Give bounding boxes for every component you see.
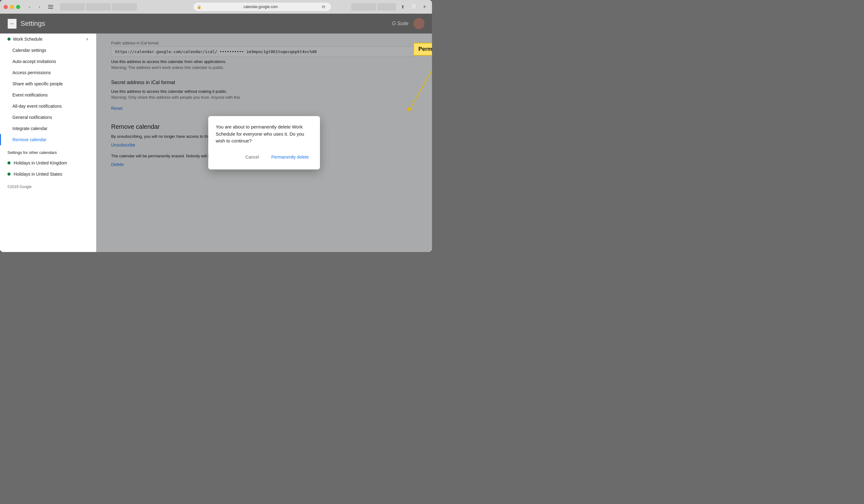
svg-rect-2 [48,8,53,9]
reload-button[interactable]: ⟳ [320,3,327,11]
sidebar-item-remove-calendar[interactable]: Remove calendar [0,134,96,145]
annotation-arrow [401,59,432,121]
uk-holidays-dot [8,161,11,165]
work-schedule-label: Work Schedule [13,37,83,41]
header-icons: ⋮⋮⋮ G Suite [370,18,424,29]
sidebar-item-allday-notif[interactable]: All-day event notifications [0,100,96,112]
sidebar-item-integrate[interactable]: Integrate calendar [0,123,96,134]
fullscreen-button[interactable]: ⬜ [410,2,418,11]
lock-icon: 🔒 [197,5,201,9]
annotation-box: Permanently delete [413,43,432,56]
url-display: calendar.google.com [204,5,318,9]
sidebar-item-calendar-settings[interactable]: Calendar settings [0,45,96,56]
address-bar[interactable]: 🔒 calendar.google.com ⟳ [193,2,332,11]
gsuite-label: G Suite [392,21,408,26]
back-nav-button[interactable]: ‹ [25,2,34,11]
svg-rect-0 [48,5,53,5]
collapse-icon: ∧ [86,37,89,41]
sidebar-item-uk-holidays[interactable]: Holidays in United Kingdom [0,157,96,169]
copyright-text: ©2019 Google [0,180,96,194]
dialog-overlay: You are about to permanently delete Work… [96,34,432,252]
svg-rect-1 [48,7,53,7]
sidebar-item-event-notif[interactable]: Event notifications [0,89,96,100]
settings-top-bar: ← Settings ⋮⋮⋮ G Suite [0,14,432,34]
svg-line-3 [410,59,432,109]
dialog-message: You are about to permanently delete Work… [216,123,313,145]
sidebar-toggle-button[interactable] [46,2,55,11]
sidebar-item-general-notif[interactable]: General notifications [0,112,96,123]
sidebar-item-share-specific[interactable]: Share with specific people [0,78,96,89]
work-schedule-dot [8,38,11,41]
address-bar-container: 🔒 calendar.google.com ⟳ [60,2,396,11]
confirm-delete-button[interactable]: Permanently delete [267,152,313,162]
sidebar-item-us-holidays[interactable]: Holidays in United States [0,169,96,180]
browser-toolbar: ‹ › 🔒 calendar.google.com ⟳ [0,0,432,14]
share-button[interactable]: ⬆ [398,2,407,11]
sidebar-other-calendars-title: Settings for other calendars [0,145,96,157]
sidebar-work-schedule[interactable]: Work Schedule ∧ [0,34,96,45]
dialog-actions: Cancel Permanently delete [216,152,313,162]
traffic-lights [4,5,20,9]
minimize-button[interactable] [10,5,14,9]
cancel-dialog-button[interactable]: Cancel [242,152,263,162]
user-avatar[interactable] [413,18,424,29]
us-holidays-dot [8,172,11,176]
add-tab-button[interactable]: + [421,3,428,11]
page-title: Settings [21,20,367,28]
sidebar-item-access-permissions[interactable]: Access permissions [0,67,96,78]
main-content: Public address in iCal format https://ca… [96,34,432,252]
back-button[interactable]: ← [8,19,17,29]
confirm-dialog: You are about to permanently delete Work… [208,116,320,169]
apps-grid-icon[interactable]: ⋮⋮⋮ [370,20,387,27]
main-layout: Work Schedule ∧ Calendar settings Auto-a… [0,34,432,252]
forward-nav-button[interactable]: › [35,2,44,11]
sidebar-item-auto-accept[interactable]: Auto-accept invitations [0,56,96,67]
sidebar: Work Schedule ∧ Calendar settings Auto-a… [0,34,96,252]
maximize-button[interactable] [16,5,20,9]
nav-buttons: ‹ › [25,2,44,11]
close-button[interactable] [4,5,8,9]
toolbar-right: ⬆ ⬜ + [398,2,428,11]
app-body: ← Settings ⋮⋮⋮ G Suite Work Schedule ∧ [0,14,432,252]
